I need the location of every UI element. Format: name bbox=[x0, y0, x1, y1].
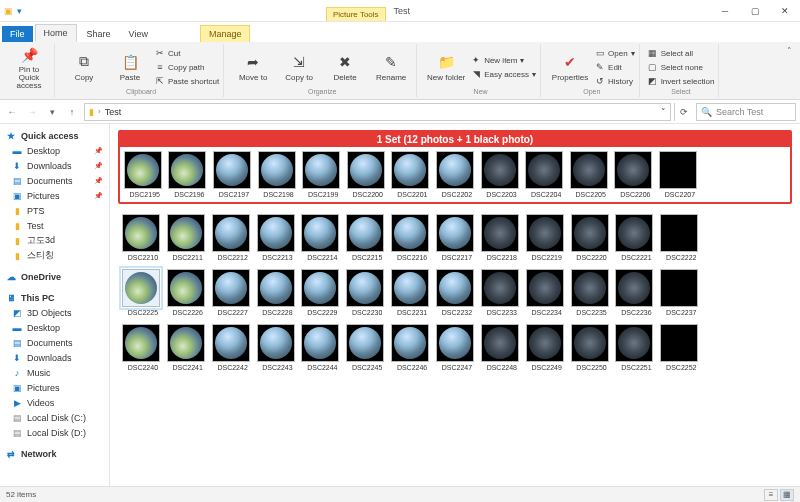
history-button[interactable]: ↺History bbox=[595, 75, 635, 88]
breadcrumb[interactable]: ▮ › Test ˅ bbox=[84, 103, 671, 121]
file-thumb[interactable]: _DSC2220 bbox=[569, 214, 611, 261]
edit-button[interactable]: ✎Edit bbox=[595, 61, 635, 74]
invert-selection-button[interactable]: ◩Invert selection bbox=[648, 75, 715, 88]
sidebar-local-d[interactable]: ▤Local Disk (D:) bbox=[0, 425, 109, 440]
tab-manage[interactable]: Manage bbox=[200, 25, 251, 42]
file-thumb[interactable]: _DSC2245 bbox=[344, 324, 386, 371]
file-thumb[interactable]: _DSC2226 bbox=[165, 269, 207, 316]
sidebar-videos[interactable]: ▶Videos bbox=[0, 395, 109, 410]
sidebar-local-c[interactable]: ▤Local Disk (C:) bbox=[0, 410, 109, 425]
file-thumb[interactable]: _DSC2202 bbox=[434, 151, 476, 198]
file-thumb[interactable]: _DSC2197 bbox=[211, 151, 253, 198]
file-thumb[interactable]: _DSC2213 bbox=[255, 214, 297, 261]
breadcrumb-dropdown-icon[interactable]: ˅ bbox=[661, 107, 666, 117]
new-folder-button[interactable]: 📁New folder bbox=[425, 53, 467, 82]
collapse-ribbon-button[interactable]: ˄ bbox=[783, 44, 796, 58]
easy-access-button[interactable]: ◥Easy access▾ bbox=[471, 68, 536, 81]
properties-button[interactable]: ✔Properties bbox=[549, 53, 591, 82]
tab-home[interactable]: Home bbox=[35, 24, 77, 42]
paste-button[interactable]: 📋 Paste bbox=[109, 53, 151, 82]
tab-file[interactable]: File bbox=[2, 26, 33, 42]
file-thumb[interactable]: _DSC2221 bbox=[614, 214, 656, 261]
search-input[interactable]: 🔍 Search Test bbox=[696, 103, 796, 121]
file-thumb[interactable]: _DSC2214 bbox=[299, 214, 341, 261]
file-thumb[interactable]: _DSC2230 bbox=[344, 269, 386, 316]
nav-back-button[interactable]: ← bbox=[4, 104, 20, 120]
sidebar-desktop2[interactable]: ▬Desktop bbox=[0, 320, 109, 335]
file-thumb[interactable]: _DSC2233 bbox=[479, 269, 521, 316]
file-thumb[interactable]: _DSC2203 bbox=[479, 151, 521, 198]
copy-path-button[interactable]: ≡Copy path bbox=[155, 61, 219, 74]
file-thumb[interactable]: _DSC2252 bbox=[658, 324, 700, 371]
file-thumb[interactable]: _DSC2211 bbox=[165, 214, 207, 261]
qat-save-icon[interactable]: ▾ bbox=[17, 6, 22, 16]
file-thumb[interactable]: _DSC2219 bbox=[524, 214, 566, 261]
sidebar-desktop[interactable]: ▬Desktop📌 bbox=[0, 143, 109, 158]
nav-forward-button[interactable]: → bbox=[24, 104, 40, 120]
file-thumb[interactable]: _DSC2227 bbox=[210, 269, 252, 316]
sidebar-k2[interactable]: ▮스티칭 bbox=[0, 248, 109, 263]
file-thumb[interactable]: _DSC2244 bbox=[299, 324, 341, 371]
view-details-button[interactable]: ≡ bbox=[764, 489, 778, 501]
minimize-button[interactable]: ─ bbox=[710, 0, 740, 21]
file-thumb[interactable]: _DSC2218 bbox=[479, 214, 521, 261]
sidebar-onedrive[interactable]: ☁OneDrive bbox=[0, 269, 109, 284]
sidebar-thispc[interactable]: 🖥This PC bbox=[0, 290, 109, 305]
file-thumb[interactable]: _DSC2215 bbox=[344, 214, 386, 261]
file-thumb[interactable]: _DSC2249 bbox=[524, 324, 566, 371]
file-thumb[interactable]: _DSC2198 bbox=[256, 151, 298, 198]
open-button[interactable]: ▭Open▾ bbox=[595, 47, 635, 60]
file-thumb[interactable]: _DSC2229 bbox=[299, 269, 341, 316]
select-all-button[interactable]: ▦Select all bbox=[648, 47, 715, 60]
nav-up-button[interactable]: ↑ bbox=[64, 104, 80, 120]
tab-view[interactable]: View bbox=[121, 26, 156, 42]
file-thumb[interactable]: _DSC2248 bbox=[479, 324, 521, 371]
file-thumb[interactable]: _DSC2247 bbox=[434, 324, 476, 371]
file-thumb[interactable]: _DSC2204 bbox=[523, 151, 565, 198]
new-item-button[interactable]: ✦New item▾ bbox=[471, 54, 536, 67]
file-thumb[interactable]: _DSC2231 bbox=[389, 269, 431, 316]
file-thumb[interactable]: _DSC2200 bbox=[345, 151, 387, 198]
file-thumb[interactable]: _DSC2217 bbox=[434, 214, 476, 261]
file-thumb[interactable]: _DSC2243 bbox=[255, 324, 297, 371]
sidebar-test[interactable]: ▮Test bbox=[0, 218, 109, 233]
sidebar-network[interactable]: ⇄Network bbox=[0, 446, 109, 461]
file-thumb[interactable]: _DSC2241 bbox=[165, 324, 207, 371]
paste-shortcut-button[interactable]: ⇱Paste shortcut bbox=[155, 75, 219, 88]
file-thumb[interactable]: _DSC2235 bbox=[569, 269, 611, 316]
file-thumb[interactable]: _DSC2207 bbox=[657, 151, 699, 198]
copy-button[interactable]: ⧉ Copy bbox=[63, 53, 105, 82]
file-thumb[interactable]: _DSC2240 bbox=[120, 324, 162, 371]
file-thumb[interactable]: _DSC2236 bbox=[614, 269, 656, 316]
file-thumb[interactable]: _DSC2201 bbox=[390, 151, 432, 198]
file-thumb[interactable]: _DSC2206 bbox=[613, 151, 655, 198]
file-thumb[interactable]: _DSC2195 bbox=[122, 151, 164, 198]
view-large-button[interactable]: ▦ bbox=[780, 489, 794, 501]
file-thumb[interactable]: _DSC2246 bbox=[389, 324, 431, 371]
file-thumb[interactable]: _DSC2212 bbox=[210, 214, 252, 261]
sidebar-3d-objects[interactable]: ◩3D Objects bbox=[0, 305, 109, 320]
sidebar-documents[interactable]: ▤Documents📌 bbox=[0, 173, 109, 188]
sidebar-documents2[interactable]: ▤Documents bbox=[0, 335, 109, 350]
file-thumb[interactable]: _DSC2234 bbox=[524, 269, 566, 316]
close-button[interactable]: ✕ bbox=[770, 0, 800, 21]
file-thumb[interactable]: _DSC2232 bbox=[434, 269, 476, 316]
select-none-button[interactable]: ▢Select none bbox=[648, 61, 715, 74]
nav-sidebar[interactable]: ★Quick access ▬Desktop📌 ⬇Downloads📌 ▤Doc… bbox=[0, 124, 110, 486]
file-thumb[interactable]: _DSC2205 bbox=[568, 151, 610, 198]
breadcrumb-seg[interactable]: Test bbox=[105, 107, 122, 117]
sidebar-k1[interactable]: ▮고도3d bbox=[0, 233, 109, 248]
sidebar-pictures2[interactable]: ▣Pictures bbox=[0, 380, 109, 395]
file-thumb[interactable]: _DSC2225 bbox=[120, 269, 162, 316]
sidebar-pts[interactable]: ▮PTS bbox=[0, 203, 109, 218]
nav-recent-button[interactable]: ▾ bbox=[44, 104, 60, 120]
file-area[interactable]: 1 Set (12 photos + 1 black photo) _DSC21… bbox=[110, 124, 800, 486]
file-thumb[interactable]: _DSC2228 bbox=[255, 269, 297, 316]
tab-share[interactable]: Share bbox=[79, 26, 119, 42]
rename-button[interactable]: ✎Rename bbox=[370, 53, 412, 82]
file-thumb[interactable]: _DSC2237 bbox=[658, 269, 700, 316]
sidebar-downloads2[interactable]: ⬇Downloads bbox=[0, 350, 109, 365]
file-thumb[interactable]: _DSC2210 bbox=[120, 214, 162, 261]
pin-quick-access-button[interactable]: 📌 Pin to Quick access bbox=[8, 46, 50, 90]
file-thumb[interactable]: _DSC2251 bbox=[614, 324, 656, 371]
